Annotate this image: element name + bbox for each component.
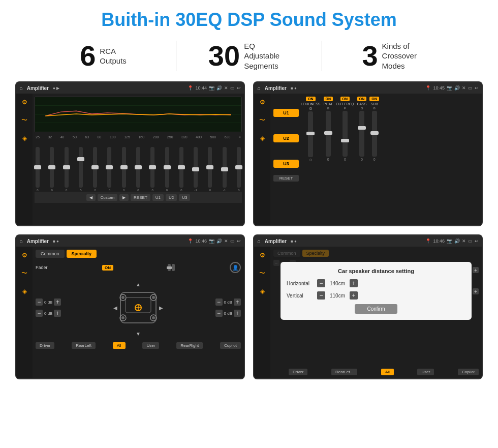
screen2-title: Amplifier xyxy=(265,85,287,91)
ch-phat-slider[interactable] xyxy=(326,111,331,157)
amp-u2-preset[interactable]: U2 xyxy=(273,134,299,142)
screen3-topbar: ⌂ Amplifier ■ ● 📍 10:46 📷 🔊 ✕ ▭ ↩ xyxy=(16,235,244,247)
camera-icon: 📷 xyxy=(209,85,214,91)
amp-reset-btn[interactable]: RESET xyxy=(273,175,299,182)
amp-filter-icon[interactable]: ⚙ xyxy=(260,99,265,106)
db-plus-tr[interactable]: + xyxy=(234,298,241,306)
db-value-tl: 0 dB xyxy=(44,300,52,305)
fader-slider[interactable] xyxy=(168,264,171,271)
ch-bass-slider[interactable] xyxy=(359,111,364,157)
screen4-win[interactable]: ▭ xyxy=(468,238,473,244)
screen2-vol: 🔊 xyxy=(454,85,460,91)
db-control-tl: − 0 dB + xyxy=(36,298,61,306)
dialog-box: Car speaker distance setting Horizontal … xyxy=(281,262,472,320)
stat-crossover: 3 Kinds ofCrossover Modes xyxy=(322,41,468,71)
dialog-btn-all[interactable]: All xyxy=(381,369,394,375)
fader-filter-icon[interactable]: ⚙ xyxy=(22,252,27,259)
fader-speaker-icon[interactable]: ◈ xyxy=(22,288,27,295)
eq-preset-custom[interactable]: Custom xyxy=(98,194,118,201)
eq-reset-btn[interactable]: RESET xyxy=(131,194,150,201)
dialog-db-plus2[interactable]: + xyxy=(473,288,479,294)
eq-speaker-icon[interactable]: ◈ xyxy=(22,135,27,142)
window-icon[interactable]: ▭ xyxy=(230,85,235,91)
tab-specialty[interactable]: Specialty xyxy=(67,250,97,258)
dialog-wave-icon[interactable]: 〜 xyxy=(259,269,265,278)
eq-wave-icon[interactable]: 〜 xyxy=(21,116,27,125)
btn-driver[interactable]: Driver xyxy=(36,342,54,349)
screen4-home-icon[interactable]: ⌂ xyxy=(257,238,261,244)
db-minus-tr[interactable]: − xyxy=(215,298,223,306)
eq-graph xyxy=(35,97,242,132)
db-minus-br[interactable]: − xyxy=(215,310,223,317)
db-minus-tl[interactable]: − xyxy=(36,298,43,306)
btn-copilot[interactable]: Copilot xyxy=(220,342,241,349)
stat-rca-label: RCAOutputs xyxy=(100,46,127,66)
ch-phat-toggle[interactable]: ON xyxy=(324,97,333,101)
dialog-db-plus1[interactable]: + xyxy=(473,267,479,273)
screen2-back[interactable]: ↩ xyxy=(475,85,479,91)
screen4-back[interactable]: ↩ xyxy=(475,238,479,244)
screen2-content: ⚙ 〜 ◈ U1 U2 U3 RESET ON LOUDNESS xyxy=(254,94,482,225)
ch-cutfreq-slider[interactable] xyxy=(343,111,348,157)
screen3-back[interactable]: ↩ xyxy=(237,238,241,244)
eq-prev-btn[interactable]: ◀ xyxy=(86,194,96,201)
ch-sub-toggle[interactable]: ON xyxy=(369,97,379,101)
screen-amp: ⌂ Amplifier ■ ● 📍 10:45 📷 🔊 ✕ ▭ ↩ ⚙ 〜 ◈ xyxy=(253,81,483,226)
car-diagram-container: ▲ ▼ ◀ ▶ xyxy=(64,277,212,338)
screens-grid: ⌂ Amplifier ● ▶ 📍 10:44 📷 🔊 ✕ ▭ ↩ ⚙ 〜 ◈ xyxy=(0,76,498,384)
screen3-home-icon[interactable]: ⌂ xyxy=(19,238,23,244)
dialog-btn-driver[interactable]: Driver xyxy=(289,369,307,375)
db-minus-bl[interactable]: − xyxy=(36,310,43,317)
amp-u1-preset[interactable]: U1 xyxy=(273,109,299,117)
screen3-win[interactable]: ▭ xyxy=(230,238,235,244)
eq-u3-btn[interactable]: U3 xyxy=(179,194,190,201)
dialog-horizontal-minus[interactable]: − xyxy=(317,279,325,287)
ch-bass-toggle[interactable]: ON xyxy=(357,97,367,101)
eq-filter-icon[interactable]: ⚙ xyxy=(22,99,27,106)
eq-next-btn[interactable]: ▶ xyxy=(119,194,129,201)
slider-32: 0 xyxy=(50,147,54,192)
fader-toggle[interactable]: ON xyxy=(102,265,113,271)
db-plus-tl[interactable]: + xyxy=(54,298,61,306)
screen2-win[interactable]: ▭ xyxy=(468,85,473,91)
btn-user[interactable]: User xyxy=(142,342,159,349)
dialog-btn-user[interactable]: User xyxy=(417,369,434,375)
btn-rearright[interactable]: RearRight xyxy=(176,342,203,349)
dialog-vertical-plus[interactable]: + xyxy=(350,291,358,300)
ch-sub-slider[interactable] xyxy=(372,111,377,157)
home-icon[interactable]: ⌂ xyxy=(19,85,23,91)
fader-slider2[interactable] xyxy=(172,264,175,271)
db-plus-bl[interactable]: + xyxy=(54,310,61,317)
ch-cutfreq-toggle[interactable]: ON xyxy=(340,97,350,101)
amp-wave-icon[interactable]: 〜 xyxy=(259,116,265,125)
amp-presets-col: U1 U2 U3 RESET xyxy=(273,97,299,222)
back-icon[interactable]: ↩ xyxy=(237,85,241,91)
btn-rearleft[interactable]: RearLeft xyxy=(72,342,96,349)
screen4-close[interactable]: ✕ xyxy=(462,238,466,244)
db-value-bl: 0 dB xyxy=(44,311,52,316)
screen2-home-icon[interactable]: ⌂ xyxy=(257,85,261,91)
confirm-button[interactable]: Confirm xyxy=(355,304,397,314)
ch-loudness-toggle[interactable]: ON xyxy=(306,97,316,101)
screen4-topbar-right: 📍 10:46 📷 🔊 ✕ ▭ ↩ xyxy=(425,238,479,244)
fader-wave-icon[interactable]: 〜 xyxy=(21,269,27,278)
db-plus-br[interactable]: + xyxy=(234,310,241,317)
amp-u3-preset[interactable]: U3 xyxy=(273,160,299,168)
dialog-btn-copilot[interactable]: Copilot xyxy=(458,369,479,375)
eq-u2-btn[interactable]: U2 xyxy=(166,194,177,201)
ch-loudness-slider[interactable] xyxy=(308,111,313,157)
dialog-horizontal-plus[interactable]: + xyxy=(350,279,358,287)
dialog-vertical-minus[interactable]: − xyxy=(317,291,325,300)
dialog-btn-rearleft[interactable]: RearLef... xyxy=(331,369,357,375)
dialog-confirm-container: Confirm xyxy=(287,304,465,314)
tab-common[interactable]: Common xyxy=(36,250,65,258)
screen2-close[interactable]: ✕ xyxy=(462,85,466,91)
dialog-filter-icon[interactable]: ⚙ xyxy=(260,252,265,259)
close-icon[interactable]: ✕ xyxy=(224,85,228,91)
amp-speaker-icon[interactable]: ◈ xyxy=(260,135,265,142)
screen1-title: Amplifier xyxy=(27,85,49,91)
btn-all[interactable]: All xyxy=(113,342,126,349)
screen3-close[interactable]: ✕ xyxy=(224,238,228,244)
dialog-speaker-icon[interactable]: ◈ xyxy=(260,288,265,295)
eq-u1-btn[interactable]: U1 xyxy=(152,194,164,201)
